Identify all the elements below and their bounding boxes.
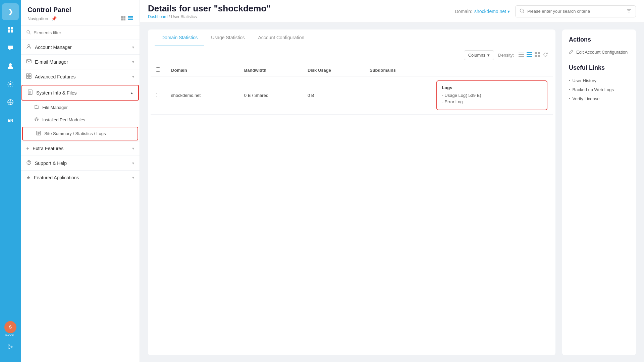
account-manager-header[interactable]: Account Manager ▾ — [21, 40, 140, 54]
email-manager-header[interactable]: E-mail Manager ▾ — [21, 55, 140, 69]
svg-point-15 — [28, 45, 30, 47]
svg-rect-28 — [519, 54, 524, 55]
sidebar-section-featured-apps: ★ Featured Applications ▾ — [21, 171, 140, 185]
advanced-features-header[interactable]: Advanced Features ▾ — [21, 69, 140, 84]
useful-link-verify-license[interactable]: • Verify License — [569, 94, 629, 103]
featured-apps-header[interactable]: ★ Featured Applications ▾ — [21, 171, 140, 185]
list-view-icon[interactable] — [128, 16, 133, 21]
svg-rect-32 — [527, 56, 532, 57]
grid-view-icon[interactable] — [121, 16, 125, 21]
table-toolbar: Columns ▾ Density: — [148, 46, 555, 64]
svg-rect-2 — [8, 30, 10, 33]
svg-rect-36 — [538, 55, 540, 57]
sidebar-title: Control Panel — [28, 6, 133, 14]
table-container: Domain Bandwidth Disk Usage Subdomains — [148, 64, 555, 115]
site-summary-icon — [36, 131, 41, 136]
tab-domain-statistics[interactable]: Domain Statistics — [155, 29, 204, 46]
domain-selector: Domain: shockdemo.net ▾ — [455, 9, 510, 14]
useful-link-backed-up-web-logs[interactable]: • Backed up Web Logs — [569, 85, 629, 94]
row-checkbox[interactable] — [156, 93, 160, 97]
columns-button[interactable]: Columns ▾ — [464, 50, 494, 60]
svg-rect-16 — [26, 60, 31, 63]
icon-bar-person[interactable] — [2, 58, 19, 74]
sidebar-section-advanced-features: Advanced Features ▾ — [21, 69, 140, 84]
svg-rect-1 — [11, 27, 13, 29]
icon-bar-lang[interactable]: EN — [2, 112, 19, 129]
sidebar-sub-perl-modules[interactable]: Installed Perl Modules — [21, 114, 140, 126]
icon-bar: ❯ EN — [0, 0, 21, 362]
density-label: Density: — [498, 53, 514, 58]
svg-rect-30 — [527, 52, 532, 53]
useful-links-title: Useful Links — [569, 64, 629, 71]
icon-bar-grid[interactable] — [2, 21, 19, 38]
useful-links-section: Useful Links • User History • Backed up … — [569, 64, 629, 103]
sidebar-nav-label: Navigation 📌 — [28, 16, 57, 21]
useful-link-user-history[interactable]: • User History — [569, 76, 629, 85]
support-icon — [26, 160, 32, 166]
svg-rect-33 — [535, 52, 537, 54]
search-bar — [515, 5, 636, 17]
actions-section: Actions Edit Account Configuration — [569, 36, 629, 56]
search-icon — [520, 8, 525, 14]
logs-popup: Logs - Usage Log( 539 B) - Error Log — [436, 80, 547, 110]
sidebar-section-email-manager: E-mail Manager ▾ — [21, 55, 140, 69]
col-logs — [431, 64, 553, 76]
extra-features-header[interactable]: + Extra Features ▾ — [21, 141, 140, 156]
svg-point-26 — [520, 9, 524, 12]
advanced-features-label: Advanced Features — [35, 74, 75, 79]
icon-bar-user-avatar[interactable]: S SHOCK... — [2, 320, 19, 337]
icon-bar-globe[interactable] — [2, 94, 19, 111]
density-refresh[interactable] — [542, 51, 549, 59]
usage-log-link[interactable]: - Usage Log( 539 B) — [442, 93, 542, 98]
tab-usage-statistics[interactable]: Usage Statistics — [204, 29, 251, 46]
svg-rect-9 — [121, 18, 123, 20]
svg-point-25 — [29, 164, 29, 164]
density-list-normal[interactable] — [526, 51, 533, 59]
svg-rect-19 — [26, 76, 29, 78]
table-row: shockdemo.net 0 B / Shared 0 B Logs - Us… — [151, 76, 553, 115]
tab-account-configuration[interactable]: Account Configuration — [252, 29, 311, 46]
tabs: Domain Statistics Usage Statistics Accou… — [148, 29, 555, 46]
error-log-link[interactable]: - Error Log — [442, 99, 542, 104]
search-input[interactable] — [527, 9, 624, 14]
svg-rect-17 — [26, 74, 29, 76]
icon-bar-arrow[interactable]: ❯ — [2, 3, 19, 20]
col-disk-usage: Disk Usage — [302, 64, 364, 76]
icon-bar-chat[interactable] — [2, 40, 19, 56]
main-content: Details for user "shockdemo" Dashboard /… — [140, 0, 644, 362]
file-manager-label: File Manager — [42, 105, 68, 110]
page-title-area: Details for user "shockdemo" Dashboard /… — [148, 3, 271, 19]
breadcrumb-dashboard[interactable]: Dashboard — [148, 14, 168, 19]
svg-rect-12 — [128, 17, 133, 18]
elements-filter-input[interactable] — [34, 30, 134, 35]
select-all-checkbox[interactable] — [156, 67, 160, 72]
svg-rect-34 — [538, 52, 540, 54]
svg-rect-10 — [123, 18, 125, 20]
sidebar-section-account-manager: Account Manager ▾ — [21, 40, 140, 55]
filter-icon[interactable] — [626, 8, 632, 15]
density-list-dense[interactable] — [518, 51, 525, 59]
col-domain: Domain — [166, 64, 239, 76]
sidebar-sub-file-manager[interactable]: File Manager — [21, 101, 140, 114]
density-icons — [518, 51, 549, 59]
email-manager-label: E-mail Manager — [35, 59, 68, 65]
email-manager-chevron: ▾ — [132, 60, 134, 64]
extra-features-label: Extra Features — [33, 146, 63, 151]
sidebar-sub-site-summary[interactable]: Site Summary / Statistics / Logs — [22, 127, 138, 140]
svg-point-4 — [9, 63, 12, 66]
sidebar-header: Control Panel Navigation 📌 — [21, 0, 140, 26]
density-grid[interactable] — [534, 51, 541, 59]
support-header[interactable]: Support & Help ▾ — [21, 156, 140, 170]
edit-account-config[interactable]: Edit Account Configuration — [569, 48, 629, 56]
svg-rect-11 — [128, 16, 133, 17]
pin-icon: 📌 — [51, 16, 57, 21]
system-info-header[interactable]: System Info & Files ▴ — [21, 85, 139, 101]
cell-domain: shockdemo.net — [166, 76, 239, 115]
sidebar-search — [21, 26, 140, 40]
featured-apps-chevron: ▾ — [132, 175, 134, 180]
email-manager-icon — [26, 59, 32, 65]
domain-link[interactable]: shockdemo.net ▾ — [474, 9, 510, 14]
system-info-icon — [28, 89, 33, 96]
icon-bar-logout[interactable] — [2, 339, 19, 355]
icon-bar-settings[interactable] — [2, 76, 19, 93]
